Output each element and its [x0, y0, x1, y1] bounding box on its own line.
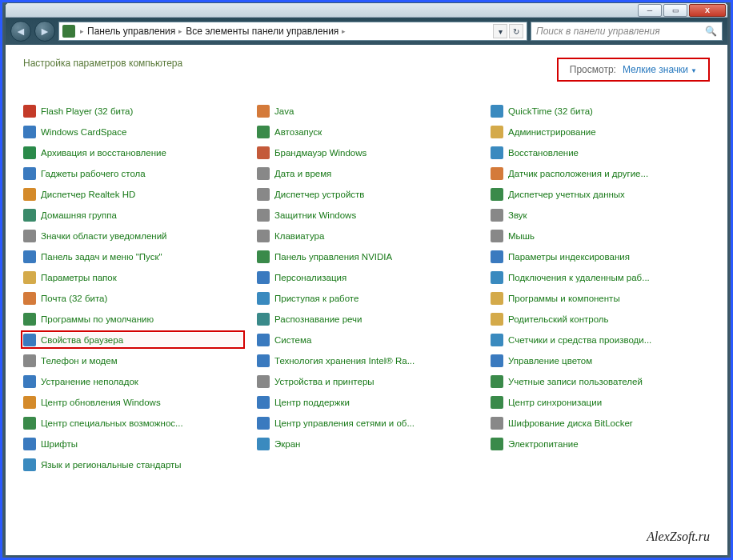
cp-item-defaults[interactable]: Программы по умолчанию	[23, 312, 242, 326]
cp-item-bitlocker[interactable]: Шифрование диска BitLocker	[491, 416, 710, 430]
maximize-button[interactable]: ▭	[663, 4, 687, 17]
java-icon	[257, 105, 270, 118]
cp-item-firewall[interactable]: Брандмауэр Windows	[257, 146, 476, 159]
getstarted-icon	[257, 292, 270, 305]
cp-item-index[interactable]: Параметры индексирования	[491, 250, 710, 263]
column: QuickTime (32 бита)АдминистрированиеВосс…	[491, 104, 710, 471]
close-button[interactable]: X	[689, 4, 726, 17]
cp-item-nvidia[interactable]: Панель управления NVIDIA	[257, 250, 476, 263]
page-heading: Настройка параметров компьютера	[23, 58, 182, 69]
cp-item-gadgets[interactable]: Гаджеты рабочего стола	[23, 166, 242, 180]
cp-item-label: Windows CardSpace	[41, 127, 126, 137]
cp-item-autoplay[interactable]: Автозапуск	[257, 125, 476, 138]
cp-item-keyboard[interactable]: Клавиатура	[257, 229, 476, 242]
view-value[interactable]: Мелкие значки▼	[623, 64, 697, 75]
defender-icon	[257, 209, 270, 222]
cp-item-folderopts[interactable]: Параметры папок	[23, 270, 242, 284]
color-icon	[491, 354, 503, 367]
cp-item-personalize[interactable]: Персонализация	[257, 270, 476, 284]
cp-item-system[interactable]: Система	[257, 333, 476, 346]
action-icon	[257, 396, 270, 409]
cp-item-label: Датчик расположения и другие...	[508, 169, 648, 178]
cp-item-action[interactable]: Центр поддержки	[257, 395, 476, 409]
perf-icon	[491, 334, 503, 346]
taskbar-icon	[23, 250, 36, 263]
cp-item-power[interactable]: Электропитание	[491, 437, 710, 450]
cp-item-defender[interactable]: Защитник Windows	[257, 208, 476, 222]
cp-item-mail[interactable]: Почта (32 бита)	[23, 291, 242, 305]
cp-item-taskbar[interactable]: Панель задач и меню "Пуск"	[23, 250, 242, 263]
cp-item-admin[interactable]: Администрирование	[491, 125, 710, 138]
breadcrumb-level1[interactable]: Панель управления	[87, 26, 175, 37]
cp-item-parental[interactable]: Родительский контроль	[491, 312, 710, 326]
address-bar[interactable]: ▸ Панель управления ▸ Все элементы панел…	[58, 22, 527, 41]
cp-item-remote[interactable]: Подключения к удаленным раб...	[491, 270, 710, 284]
cp-item-label: Центр управления сетями и об...	[274, 418, 415, 428]
cp-item-recovery[interactable]: Восстановление	[491, 146, 710, 159]
cp-item-label: Технология хранения Intel® Ra...	[274, 356, 415, 366]
cp-item-display[interactable]: Экран	[257, 437, 476, 450]
cp-item-label: Брандмауэр Windows	[274, 148, 366, 158]
cp-item-backup[interactable]: Архивация и восстановление	[23, 146, 242, 159]
cp-item-programs[interactable]: Программы и компоненты	[491, 291, 710, 305]
autoplay-icon	[257, 126, 270, 138]
history-dropdown-button[interactable]: ▾	[493, 24, 507, 38]
breadcrumb[interactable]: ▸ Панель управления ▸ Все элементы панел…	[80, 26, 346, 37]
cp-item-datetime[interactable]: Дата и время	[257, 166, 476, 180]
cp-item-cardspace[interactable]: Windows CardSpace	[23, 125, 242, 138]
cp-item-label: Приступая к работе	[274, 294, 358, 303]
cp-item-homegroup[interactable]: Домашняя группа	[23, 208, 242, 222]
view-selector[interactable]: Просмотр: Мелкие значки▼	[557, 58, 710, 82]
titlebar: ─ ▭ X	[6, 3, 727, 18]
cp-item-sound[interactable]: Звук	[491, 208, 710, 222]
phone-icon	[23, 354, 36, 367]
cp-item-label: Центр специальных возможнос...	[41, 418, 183, 428]
cp-item-network[interactable]: Центр управления сетями и об...	[257, 416, 476, 430]
refresh-button[interactable]: ↻	[509, 24, 523, 38]
cp-item-getstarted[interactable]: Приступая к работе	[257, 291, 476, 305]
cp-item-label: Параметры индексирования	[508, 252, 630, 262]
cp-item-devices[interactable]: Устройства и принтеры	[257, 374, 476, 388]
cp-item-label: Свойства браузера	[41, 335, 123, 345]
cp-item-ease[interactable]: Центр специальных возможнос...	[23, 416, 242, 430]
cp-item-mouse[interactable]: Мышь	[491, 229, 710, 242]
cp-item-region[interactable]: Язык и региональные стандарты	[23, 458, 242, 471]
cp-item-phone[interactable]: Телефон и модем	[23, 354, 242, 367]
cp-item-users[interactable]: Учетные записи пользователей	[491, 374, 710, 388]
cp-item-label: Центр синхронизации	[508, 398, 602, 407]
ease-icon	[23, 417, 36, 430]
cp-item-inetopts[interactable]: Свойства браузера	[23, 333, 242, 346]
fonts-icon	[23, 438, 36, 450]
cp-item-creds[interactable]: Диспетчер учетных данных	[491, 187, 710, 201]
minimize-button[interactable]: ─	[638, 4, 662, 17]
cp-item-flash[interactable]: Flash Player (32 бита)	[23, 104, 242, 118]
region-icon	[23, 458, 36, 471]
cp-item-intel[interactable]: Технология хранения Intel® Ra...	[257, 354, 476, 367]
cp-item-realtek[interactable]: Диспетчер Realtek HD	[23, 187, 242, 201]
forward-button[interactable]: ►	[34, 21, 55, 42]
cp-item-sensors[interactable]: Датчик расположения и другие...	[491, 166, 710, 180]
system-icon	[257, 334, 270, 346]
cp-item-tray[interactable]: Значки области уведомлений	[23, 229, 242, 242]
back-button[interactable]: ◄	[10, 21, 31, 42]
search-icon: 🔍	[705, 26, 717, 37]
cp-item-label: Программы и компоненты	[508, 294, 620, 303]
breadcrumb-level2[interactable]: Все элементы панели управления	[186, 26, 338, 37]
cp-item-color[interactable]: Управление цветом	[491, 354, 710, 367]
cp-item-trouble[interactable]: Устранение неполадок	[23, 374, 242, 388]
cp-item-sync[interactable]: Центр синхронизации	[491, 395, 710, 409]
users-icon	[491, 375, 503, 388]
cp-item-quicktime[interactable]: QuickTime (32 бита)	[491, 104, 710, 118]
cp-item-java[interactable]: Java	[257, 104, 476, 118]
search-box[interactable]: Поиск в панели управления 🔍	[531, 22, 723, 41]
cp-item-label: Диспетчер устройств	[274, 190, 364, 199]
power-icon	[491, 438, 503, 450]
cp-item-fonts[interactable]: Шрифты	[23, 437, 242, 450]
cp-item-label: Параметры папок	[41, 273, 117, 282]
chevron-down-icon: ▼	[691, 67, 697, 74]
cp-item-speech[interactable]: Распознавание речи	[257, 312, 476, 326]
cp-item-devmgr[interactable]: Диспетчер устройств	[257, 187, 476, 201]
tray-icon	[23, 230, 36, 242]
cp-item-perf[interactable]: Счетчики и средства производи...	[491, 333, 710, 346]
cp-item-update[interactable]: Центр обновления Windows	[23, 395, 242, 409]
